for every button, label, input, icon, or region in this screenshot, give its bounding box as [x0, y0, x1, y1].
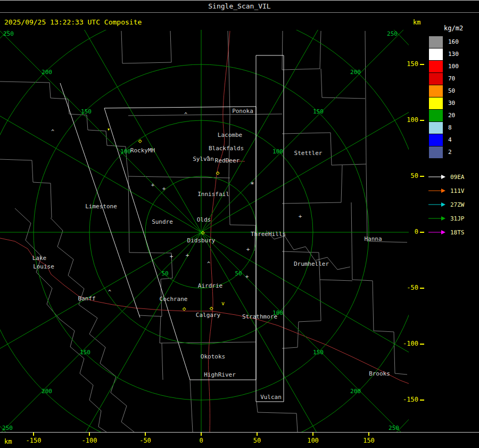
legend-value: 130: [448, 51, 459, 58]
legend-color-swatch: [429, 97, 443, 109]
legend-row: 2: [429, 146, 459, 158]
highway-roads: [0, 31, 409, 432]
track-id-label: 18TS: [450, 229, 465, 236]
legend-unit-label: kg/m2: [444, 25, 463, 32]
legend-color-swatch: [429, 73, 443, 85]
bottom-axis-unit-label: km: [4, 438, 12, 445]
legend-color-swatch: [429, 110, 443, 121]
legend-value: 160: [448, 38, 459, 45]
radar-application-window: 2502001501001001502002505015020025050100…: [0, 0, 479, 448]
track-legend: 09EA 111V 27ZW 31JP: [428, 170, 465, 239]
bottom-axis-tick-label: 100: [307, 437, 319, 444]
legend-row: 50: [429, 85, 459, 97]
legend-color-swatch: [429, 61, 443, 72]
legend-row: 70: [429, 72, 459, 85]
axis-tick: [420, 64, 424, 65]
legend-value: 100: [448, 63, 459, 70]
radar-coverage-outline: [60, 55, 284, 402]
right-axis-tick-label: 50: [397, 172, 418, 180]
axis-tick: [420, 400, 424, 401]
legend-value: 2: [448, 149, 452, 156]
radial-lines: [0, 1, 479, 448]
track-legend-row: 27ZW: [428, 198, 465, 211]
legend-row: 8: [429, 121, 459, 134]
window-title: Single_Scan_VIL: [208, 2, 270, 10]
right-axis-tick-label: -150: [397, 396, 418, 403]
radar-map[interactable]: [0, 1, 479, 448]
axis-tick: [89, 433, 90, 436]
scan-timestamp: 2025/09/25 13:22:33 UTC Composite: [4, 18, 142, 26]
track-id-label: 09EA: [450, 174, 465, 181]
track-id-label: 111V: [450, 188, 465, 194]
track-arrow-icon: [428, 202, 446, 207]
axis-tick: [257, 433, 258, 436]
legend-color-swatch: [429, 85, 443, 97]
axis-tick: [420, 120, 424, 121]
legend-color-swatch: [429, 134, 443, 146]
axis-tick: [33, 433, 34, 436]
bottom-axis-tick-label: 0: [199, 437, 203, 444]
axis-tick: [420, 176, 424, 177]
track-legend-row: 31JP: [428, 211, 465, 225]
track-arrow-icon: [428, 188, 446, 193]
track-legend-row: 09EA: [428, 170, 465, 184]
right-axis-tick-label: -50: [397, 284, 418, 291]
color-scale-legend: 160 130 100 70 50 30 20 8: [429, 36, 459, 158]
legend-value: 50: [448, 87, 455, 94]
track-arrow-icon: [428, 174, 446, 180]
map-bottom-divider: [0, 432, 479, 433]
county-boundaries: [0, 31, 407, 432]
axis-tick: [201, 433, 202, 436]
legend-color-swatch: [429, 146, 443, 158]
right-axis-tick-label: 0: [397, 228, 418, 235]
bottom-axis-tick-label: -50: [139, 437, 151, 444]
legend-row: 130: [429, 48, 459, 60]
bottom-axis-tick-label: 50: [253, 437, 261, 444]
legend-color-swatch: [429, 48, 443, 60]
legend-value: 4: [448, 136, 452, 143]
legend-value: 8: [448, 124, 452, 131]
axis-tick: [420, 288, 424, 289]
bottom-axis-tick-label: -100: [82, 437, 97, 444]
axis-tick: [420, 344, 424, 345]
track-legend-row: 111V: [428, 184, 465, 198]
right-axis-tick-label: 100: [397, 116, 418, 124]
track-id-label: 31JP: [450, 215, 465, 222]
legend-color-swatch: [429, 122, 443, 134]
track-arrow-icon: [428, 216, 446, 221]
legend-value: 20: [448, 112, 455, 119]
legend-row: 4: [429, 134, 459, 146]
bottom-axis-tick-label: 150: [363, 437, 375, 444]
legend-value: 30: [448, 100, 455, 107]
legend-row: 20: [429, 109, 459, 121]
legend-row: 30: [429, 97, 459, 109]
right-axis-unit-label: km: [413, 19, 420, 26]
axis-tick: [368, 433, 369, 436]
range-rings: [0, 1, 479, 448]
legend-color-swatch: [429, 36, 443, 48]
window-titlebar[interactable]: Single_Scan_VIL: [0, 1, 479, 13]
legend-row: 100: [429, 60, 459, 72]
right-axis-tick-label: -100: [397, 340, 418, 347]
bottom-axis-tick-label: -150: [26, 437, 42, 444]
track-id-label: 27ZW: [450, 201, 465, 208]
axis-tick: [145, 433, 146, 436]
right-axis-tick-label: 150: [397, 60, 418, 68]
axis-tick: [312, 433, 313, 436]
track-arrow-icon: [428, 230, 446, 235]
legend-value: 70: [448, 75, 455, 82]
axis-tick: [420, 232, 424, 233]
legend-row: 160: [429, 36, 459, 48]
track-legend-row: 18TS: [428, 225, 465, 239]
